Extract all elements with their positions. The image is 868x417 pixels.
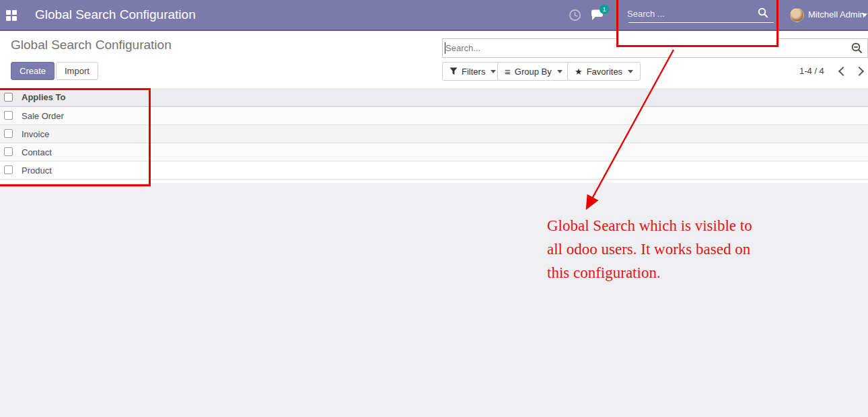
global-search-magnifier-icon[interactable] [758, 7, 768, 18]
activities-clock-icon[interactable] [569, 9, 581, 22]
table-row[interactable]: Contact [0, 143, 868, 161]
row-label: Invoice [22, 125, 49, 143]
row-checkbox[interactable] [4, 111, 13, 120]
breadcrumb-page-title: Global Search Configuration [11, 38, 172, 52]
chat-counter-badge: 1 [600, 5, 609, 14]
row-checkbox[interactable] [4, 165, 13, 174]
chevron-down-icon [491, 70, 496, 73]
group-by-lines-icon: ≡ [505, 67, 511, 77]
row-checkbox[interactable] [4, 147, 13, 156]
star-icon: ★ [575, 67, 583, 76]
row-label: Contact [22, 143, 52, 161]
chevron-down-icon [628, 70, 633, 73]
table-row[interactable]: Sale Order [0, 107, 868, 125]
group-by-button[interactable]: ≡ Group By [497, 62, 570, 81]
user-menu[interactable]: Mitchell Admin [808, 0, 865, 30]
chevron-down-icon [557, 70, 563, 73]
import-button[interactable]: Import [56, 62, 98, 80]
filters-label: Filters [462, 67, 485, 77]
global-search-dropdown-panel [618, 31, 776, 46]
table-row[interactable]: Product [0, 161, 868, 180]
pager-range: 1-4 / 4 [799, 62, 824, 81]
select-all-checkbox[interactable] [4, 93, 13, 102]
column-header-applies-to: Applies To [22, 88, 65, 106]
user-chevron-down-icon [862, 13, 867, 17]
navbar-app-title: Global Search Configuration [35, 0, 196, 30]
filters-button[interactable]: Filters [442, 62, 503, 81]
global-search-input[interactable] [627, 5, 752, 22]
apps-grid-icon[interactable] [6, 10, 17, 21]
create-button[interactable]: Create [11, 62, 55, 80]
group-by-label: Group By [515, 67, 552, 77]
user-avatar[interactable] [790, 8, 804, 22]
table-header-row: Applies To [0, 88, 868, 107]
row-checkbox[interactable] [4, 129, 13, 138]
global-search-underline [628, 22, 774, 23]
table-row[interactable]: Invoice [0, 125, 868, 143]
favorites-button[interactable]: ★ Favorites [567, 62, 641, 81]
advanced-search-zoom-out-icon[interactable] [851, 42, 863, 54]
annotation-line: all odoo users. It works based on [547, 237, 752, 261]
row-label: Product [22, 161, 52, 179]
annotation-line: Global Search which is visible to [547, 214, 752, 237]
favorites-label: Favorites [587, 67, 622, 77]
row-label: Sale Order [22, 107, 64, 124]
funnel-icon [449, 67, 458, 75]
top-navbar: Global Search Configuration 1 Mitchell A… [0, 0, 868, 31]
annotation-line: this configuration. [547, 261, 752, 285]
annotation-text: Global Search which is visible to all od… [547, 214, 752, 285]
